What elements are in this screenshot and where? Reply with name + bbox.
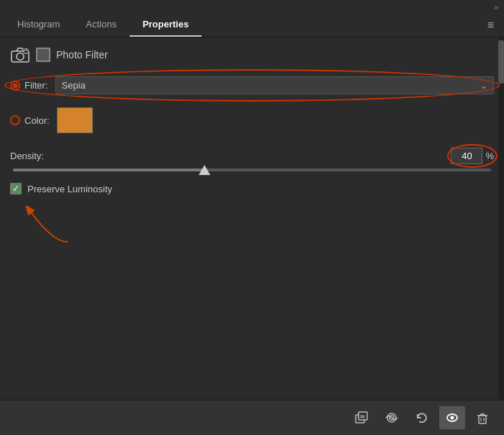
layer-type-row: Photo Filter	[10, 45, 494, 65]
slider-thumb[interactable]	[199, 165, 210, 175]
density-value[interactable]: 40	[451, 148, 482, 164]
visibility-button[interactable]	[439, 406, 465, 429]
preserve-luminosity-row: ✓ Preserve Luminosity	[10, 183, 494, 194]
checkmark-icon: ✓	[12, 184, 19, 193]
filter-row: Filter: Sepia ⌄	[10, 73, 494, 97]
view-effects-icon	[384, 410, 400, 426]
panel-content: Photo Filter Filter: Sepia ⌄ Color:	[0, 37, 504, 400]
filter-row-wrapper: Filter: Sepia ⌄	[10, 73, 494, 97]
delete-button[interactable]	[469, 406, 495, 429]
panel: » Histogram Actions Properties ≡ Photo F…	[0, 0, 504, 435]
layer-type-label: Photo Filter	[56, 49, 108, 60]
filter-radio-group: Filter:	[10, 80, 48, 91]
svg-point-11	[451, 416, 454, 420]
double-chevron-icon[interactable]: »	[494, 3, 498, 12]
camera-icon	[10, 46, 30, 63]
panel-menu-icon[interactable]: ≡	[482, 13, 500, 37]
view-effects-button[interactable]	[379, 406, 405, 429]
create-adjustment-layer-button[interactable]: ⇆	[348, 406, 374, 429]
top-bar: »	[0, 0, 504, 13]
density-input-wrapper: 40 %	[451, 148, 494, 164]
tab-histogram[interactable]: Histogram	[4, 13, 73, 37]
mask-icon	[36, 48, 50, 62]
tab-properties[interactable]: Properties	[130, 13, 202, 37]
color-row: Color:	[10, 104, 494, 136]
scrollbar[interactable]	[498, 37, 504, 400]
trash-icon	[474, 410, 490, 426]
reset-icon	[414, 410, 430, 426]
filter-radio-label: Filter:	[24, 80, 48, 91]
preserve-luminosity-checkbox[interactable]: ✓	[10, 183, 22, 194]
density-row: Density: 40 %	[10, 148, 494, 164]
color-swatch[interactable]	[57, 107, 93, 133]
scrollbar-thumb[interactable]	[498, 40, 504, 84]
color-radio-button[interactable]	[10, 115, 20, 125]
reset-button[interactable]	[409, 406, 435, 429]
slider-track[interactable]	[13, 169, 491, 171]
slider-fill	[13, 169, 204, 171]
filter-radio-button[interactable]	[10, 81, 20, 91]
density-percent: %	[485, 151, 494, 161]
svg-point-1	[17, 53, 24, 60]
svg-rect-12	[479, 416, 486, 423]
filter-dropdown-value: Sepia	[62, 80, 86, 91]
density-label: Density:	[10, 151, 451, 161]
svg-text:⇆: ⇆	[360, 413, 365, 420]
eye-icon	[444, 410, 460, 426]
dropdown-arrow-icon: ⌄	[480, 81, 487, 91]
tab-actions[interactable]: Actions	[73, 13, 130, 37]
bottom-toolbar: ⇆	[0, 400, 504, 435]
create-adjustment-icon: ⇆	[354, 410, 369, 426]
filter-dropdown[interactable]: Sepia ⌄	[55, 76, 495, 94]
annotation-arrow	[17, 206, 75, 246]
preserve-luminosity-label: Preserve Luminosity	[27, 184, 112, 194]
color-radio-group: Color:	[10, 115, 50, 126]
color-radio-label: Color:	[24, 115, 50, 126]
arrow-annotation	[10, 206, 494, 249]
tab-bar: Histogram Actions Properties ≡	[0, 13, 504, 37]
slider-row	[10, 169, 494, 171]
